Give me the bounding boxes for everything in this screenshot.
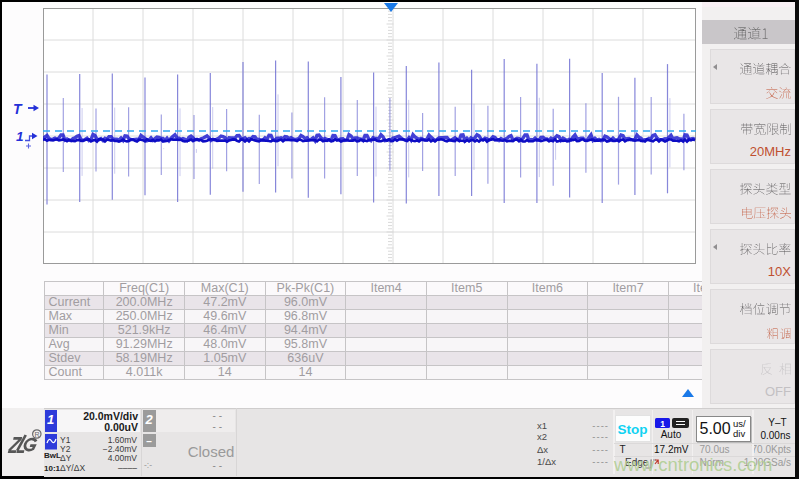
svg-text:R: R <box>35 431 40 438</box>
svg-text:T: T <box>13 101 23 117</box>
svg-text:1: 1 <box>16 129 24 144</box>
